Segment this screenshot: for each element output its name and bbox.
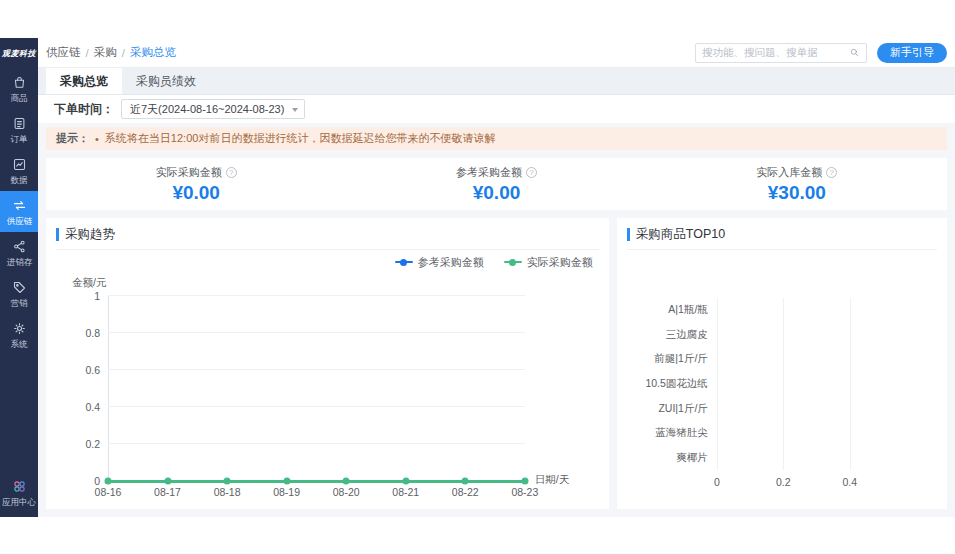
help-icon[interactable]: ? xyxy=(826,167,837,178)
sidebar-nav: 商品订单数据供应链进销存营销系统 xyxy=(0,68,38,355)
x-tick-label: 08-20 xyxy=(333,486,360,498)
app-window: 观麦科技 商品订单数据供应链进销存营销系统 应用中心 供应链/采购/采购总览 搜… xyxy=(0,38,955,517)
trend-chart: 金额/元 日期/天 00.20.40.60.8108-1608-1708-180… xyxy=(56,274,599,503)
sidebar-item-bag[interactable]: 商品 xyxy=(0,68,38,109)
page: 观麦科技 商品订单数据供应链进销存营销系统 应用中心 供应链/采购/采购总览 搜… xyxy=(0,0,955,554)
top10-card-title: 采购商品TOP10 xyxy=(636,226,725,243)
sidebar-item-label: 商品 xyxy=(10,93,27,103)
x-tick-label: 08-18 xyxy=(214,486,241,498)
section-marker xyxy=(627,228,630,241)
tab-采购员绩效[interactable]: 采购员绩效 xyxy=(122,68,210,94)
order-time-label: 下单时间： xyxy=(54,101,114,118)
top10-products-card: 采购商品TOP10 A|1瓶/瓶三边腐皮前腿|1斤/斤10.5圆花边纸ZUI|1… xyxy=(617,218,947,509)
help-icon[interactable]: ? xyxy=(526,167,537,178)
data-point[interactable] xyxy=(283,478,290,485)
gridline xyxy=(783,298,784,470)
data-point[interactable] xyxy=(462,478,469,485)
app-logo[interactable]: 观麦科技 xyxy=(0,38,38,68)
stat-item: 实际采购金额?¥0.00 xyxy=(46,165,346,204)
y-tick-label: 0.4 xyxy=(66,401,100,413)
x-tick-label: 08-21 xyxy=(392,486,419,498)
sidebar-item-label: 供应链 xyxy=(6,216,32,226)
purchase-trend-card: 采购趋势 参考采购金额实际采购金额 金额/元 日期/天 00.20.40.60.… xyxy=(46,218,609,509)
gridline xyxy=(108,332,525,333)
x-tick-label: 0 xyxy=(714,476,720,488)
search-icon[interactable] xyxy=(849,47,860,58)
legend-marker-icon xyxy=(395,258,413,266)
main-area: 供应链/采购/采购总览 搜功能、搜问题、搜单据 新手引导 采购总览采购员绩效 下… xyxy=(38,38,955,517)
content: 提示： • 系统将在当日12:00对前日的数据进行统计，因数据延迟给您带来的不便… xyxy=(38,123,955,517)
y-tick-label: 0.6 xyxy=(66,364,100,376)
sidebar-bottom: 应用中心 xyxy=(0,472,38,513)
x-tick-label: 0.2 xyxy=(776,476,791,488)
sidebar-item-data[interactable]: 数据 xyxy=(0,150,38,191)
x-tick-label: 08-19 xyxy=(273,486,300,498)
stat-value: ¥0.00 xyxy=(172,182,220,204)
system-icon xyxy=(12,321,27,336)
trend-legend: 参考采购金额实际采购金额 xyxy=(56,250,599,274)
legend-label: 实际采购金额 xyxy=(527,255,593,270)
sidebar-item-inventory[interactable]: 进销存 xyxy=(0,232,38,273)
stat-label: 实际入库金额? xyxy=(756,165,837,180)
search-input[interactable]: 搜功能、搜问题、搜单据 xyxy=(695,43,867,63)
stat-label-text: 实际采购金额 xyxy=(156,165,222,180)
gridline xyxy=(108,406,525,407)
sidebar-item-app-center[interactable]: 应用中心 xyxy=(0,472,38,513)
stat-value: ¥30.00 xyxy=(768,182,826,204)
y-axis-line xyxy=(108,296,109,481)
data-point[interactable] xyxy=(224,478,231,485)
x-tick-label: 0.4 xyxy=(842,476,857,488)
sidebar-item-label: 订单 xyxy=(10,134,27,144)
sidebar-item-marketing[interactable]: 营销 xyxy=(0,273,38,314)
gridline xyxy=(717,298,718,470)
gridline xyxy=(850,298,851,470)
tab-采购总览[interactable]: 采购总览 xyxy=(46,68,122,94)
bar-category-label: 前腿|1斤/斤 xyxy=(627,352,708,366)
bag-icon xyxy=(12,75,27,90)
help-icon[interactable]: ? xyxy=(226,167,237,178)
gridline xyxy=(108,443,525,444)
legend-item[interactable]: 实际采购金额 xyxy=(504,255,593,270)
stat-value: ¥0.00 xyxy=(473,182,521,204)
date-range-select[interactable]: 近7天(2024-08-16~2024-08-23) xyxy=(121,99,305,119)
sidebar-item-order[interactable]: 订单 xyxy=(0,109,38,150)
stat-label: 实际采购金额? xyxy=(156,165,237,180)
data-point[interactable] xyxy=(521,478,528,485)
sidebar-item-supply-chain[interactable]: 供应链 xyxy=(0,191,38,232)
filter-row: 下单时间： 近7天(2024-08-16~2024-08-23) xyxy=(38,95,955,123)
data-point[interactable] xyxy=(105,478,112,485)
x-tick-label: 08-17 xyxy=(154,486,181,498)
data-point[interactable] xyxy=(343,478,350,485)
bar-category-label: ZUI|1斤/斤 xyxy=(627,402,708,416)
cards-row: 采购趋势 参考采购金额实际采购金额 金额/元 日期/天 00.20.40.60.… xyxy=(46,218,947,509)
sidebar-item-label: 数据 xyxy=(10,175,27,185)
x-tick-label: 08-22 xyxy=(452,486,479,498)
data-point[interactable] xyxy=(164,478,171,485)
trend-card-title: 采购趋势 xyxy=(65,226,115,243)
legend-item[interactable]: 参考采购金额 xyxy=(395,255,484,270)
notice-text: 系统将在当日12:00对前日的数据进行统计，因数据延迟给您带来的不便敬请谅解 xyxy=(105,131,496,146)
stat-label-text: 参考采购金额 xyxy=(456,165,522,180)
breadcrumb-separator: / xyxy=(86,47,89,59)
bar-category-label: 10.5圆花边纸 xyxy=(627,377,708,391)
beginner-guide-button[interactable]: 新手引导 xyxy=(877,43,947,63)
supply-chain-icon xyxy=(12,198,27,213)
notice-prefix: 提示： xyxy=(56,131,89,146)
breadcrumb-item[interactable]: 采购总览 xyxy=(130,45,176,60)
stat-label: 参考采购金额? xyxy=(456,165,537,180)
top10-categories: A|1瓶/瓶三边腐皮前腿|1斤/斤10.5圆花边纸ZUI|1斤/斤蓝海猪肚尖爽椰… xyxy=(627,298,717,470)
y-tick-label: 0.8 xyxy=(66,327,100,339)
bullet-icon: • xyxy=(95,133,99,145)
breadcrumb-item[interactable]: 采购 xyxy=(94,45,117,60)
y-axis-label: 金额/元 xyxy=(72,276,106,290)
trend-card-header: 采购趋势 xyxy=(56,226,599,250)
data-point[interactable] xyxy=(402,478,409,485)
sidebar-item-system[interactable]: 系统 xyxy=(0,314,38,355)
inventory-icon xyxy=(12,239,27,254)
sidebar: 观麦科技 商品订单数据供应链进销存营销系统 应用中心 xyxy=(0,38,38,517)
section-marker xyxy=(56,228,59,241)
breadcrumb-item[interactable]: 供应链 xyxy=(46,45,81,60)
top10-plot: 00.20.4 xyxy=(717,298,893,470)
legend-label: 参考采购金额 xyxy=(418,255,484,270)
legend-marker-icon xyxy=(504,258,522,266)
